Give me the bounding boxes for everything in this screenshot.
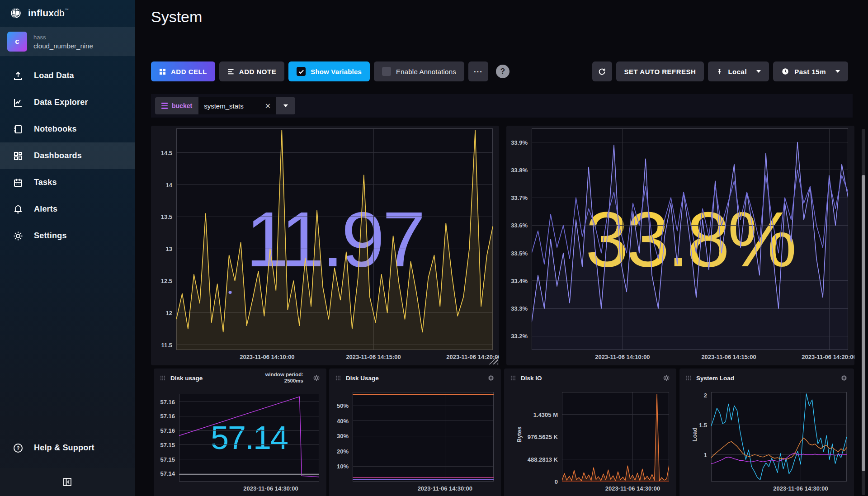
gear-icon[interactable] [840,374,848,382]
sidebar-item-load-data[interactable]: Load Data [0,62,135,89]
help-badge[interactable]: ? [496,65,509,78]
add-cell-button[interactable]: ADD CELL [151,61,215,81]
account-org: hass [33,34,93,41]
influxdb-logo[interactable]: influxdb™ [0,0,135,25]
y-tick-label: 33.4% [511,277,528,284]
y-tick-label: 33.7% [511,194,528,201]
cell-header: Disk usage window period: 2500ms [154,368,326,387]
dashboards-icon [12,150,24,162]
y-tick-label: 0 [555,478,558,485]
disk-io-chart[interactable]: 0488.2813 K976.5625 K1.4305 M2023-11-06 … [562,392,669,482]
influxdb-logo-icon [10,7,22,19]
sidebar-item-settings[interactable]: Settings [0,222,135,249]
avatar: c [7,32,27,52]
system-load-chart[interactable]: 11.522023-11-06 14:30:00 [711,392,847,482]
variable-name: bucket [155,97,198,114]
collapse-sidebar-icon[interactable] [62,477,72,487]
note-lines-icon [227,68,234,75]
y-tick-label: 12.5 [161,278,172,284]
cell-header: Disk Usage [329,368,501,387]
dashboard-cell-cpu: 33.8%33.2%33.3%33.4%33.5%33.6%33.7%33.8%… [506,126,854,365]
refresh-button[interactable] [592,61,612,81]
drag-handle-icon[interactable] [686,375,691,381]
y-tick-label: 33.9% [511,139,528,146]
logo-text: influxdb™ [28,8,69,19]
gear-icon [12,230,24,242]
show-variables-toggle[interactable]: Show Variables [288,61,370,81]
window-period-note: window period: 2500ms [265,372,303,384]
add-note-button[interactable]: ADD NOTE [219,61,284,81]
y-tick-label: 12 [166,309,172,316]
cell-header: Disk IO [504,368,676,387]
cell-title: Disk IO [521,375,542,382]
page-title: System [151,8,202,26]
drag-handle-icon[interactable] [335,375,341,381]
dashboard-cell-memory: 11.9711.51212.51313.51414.52023-11-06 14… [151,126,499,365]
scrollbar-thumb[interactable] [862,175,865,471]
y-tick-label: 57.15 [160,441,175,448]
y-axis-label: Bytes [516,426,523,442]
enable-annotations-toggle[interactable]: Enable Annotations [374,61,464,81]
gear-icon[interactable] [313,374,320,382]
sidebar-collapse-strip [0,468,135,496]
series-area [562,394,669,482]
y-tick-label: 14 [166,181,172,188]
sidebar-item-alerts[interactable]: Alerts [0,196,135,222]
plot-svg [711,392,847,482]
y-tick-label: 33.8% [511,166,528,173]
cpu-line-chart[interactable]: 33.8%33.2%33.3%33.4%33.5%33.6%33.7%33.8%… [532,128,848,350]
series-line [562,394,669,481]
account-switcher[interactable]: c hass cloud_number_nine [0,27,135,56]
sidebar-item-data-explorer[interactable]: Data Explorer [0,89,135,116]
gear-icon[interactable] [663,374,670,382]
notebook-icon [12,123,24,135]
y-tick-label: 33.2% [511,333,528,340]
time-range-dropdown[interactable]: Past 15m [773,61,848,81]
bell-icon [12,203,24,215]
dashboard-toolbar: ADD CELL ADD NOTE Show Variables Enable … [151,61,848,81]
upload-icon [12,70,24,82]
data-point [229,291,232,294]
plot-svg [353,392,494,482]
y-tick-label: 50% [337,402,349,409]
plot-svg [176,128,493,350]
y-tick-label: 14.5 [161,149,172,156]
timezone-dropdown[interactable]: Local [708,61,769,81]
memory-line-chart[interactable]: 11.9711.51212.51313.51414.52023-11-06 14… [176,128,493,350]
vertical-scrollbar [862,129,865,495]
y-tick-label: 57.16 [160,413,175,420]
variable-control-bucket: bucket system_stats ✕ [155,97,295,114]
sidebar-nav: Load Data Data Explorer Notebooks Dashbo… [0,62,135,249]
clear-icon[interactable]: ✕ [265,102,271,110]
chevron-down-icon [283,104,288,107]
cell-title: Disk usage [170,375,203,382]
checkbox-checked-icon [297,67,306,76]
sidebar-item-dashboards[interactable]: Dashboards [0,142,135,169]
series-line [711,438,847,460]
x-tick-label: 2023-11-06 14:10:00 [595,354,650,360]
y-tick-label: 57.14 [160,470,175,477]
sidebar-item-help-support[interactable]: ? Help & Support [0,435,135,461]
disk-usage-stat-chart[interactable]: 57.1457.1457.1557.1557.1657.1657.162023-… [179,394,319,482]
drag-handle-icon[interactable] [160,375,165,381]
clock-icon [781,67,789,76]
x-tick-label: 2023-11-06 14:30:00 [773,485,828,492]
sidebar-item-tasks[interactable]: Tasks [0,169,135,196]
influxdb-dashboard-app: influxdb™ c hass cloud_number_nine Load … [0,0,868,496]
x-tick-label: 2023-11-06 14:10:00 [240,354,294,360]
y-tick-label: 57.16 [160,427,175,434]
variable-dropdown-button[interactable] [276,97,295,114]
set-auto-refresh-button[interactable]: SET AUTO REFRESH [616,61,704,81]
y-tick-label: 13.5 [161,213,172,220]
more-options-button[interactable]: ··· [468,61,488,81]
y-tick-label: 33.3% [511,305,528,312]
sidebar-item-notebooks[interactable]: Notebooks [0,116,135,142]
series-line [711,394,847,480]
drag-handle-icon[interactable] [510,375,516,381]
gear-icon[interactable] [487,374,495,382]
pin-icon [716,68,723,75]
y-tick-label: 33.6% [511,222,528,229]
disk-usage-chart[interactable]: 10%20%30%40%50%2023-11-06 14:30:00 [353,392,494,482]
variable-value-input[interactable]: system_stats ✕ [198,97,276,114]
x-tick-label: 2023-11-06 14:20:00 [802,354,854,360]
